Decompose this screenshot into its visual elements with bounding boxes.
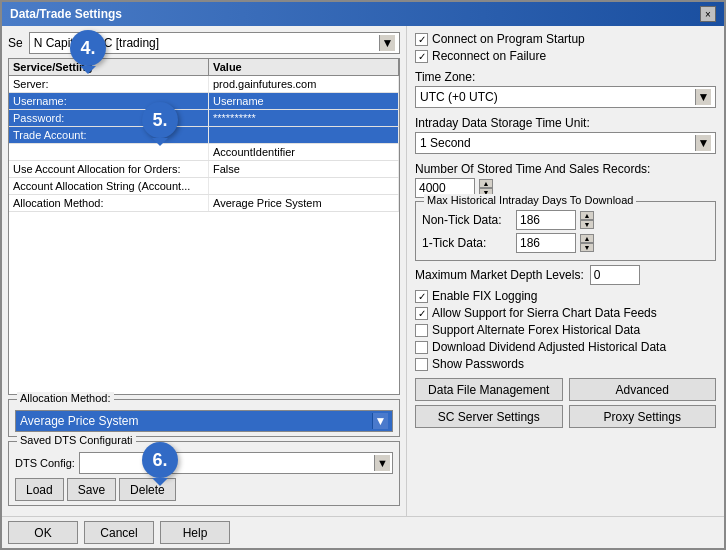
max-hist-label: Max Historical Intraday Days To Download (424, 194, 636, 206)
alt-forex-label: Support Alternate Forex Historical Data (432, 323, 640, 337)
connect-startup-checkbox[interactable] (415, 33, 428, 46)
cell-setting (9, 144, 209, 160)
cell-setting: Username: (9, 93, 209, 109)
cell-value (209, 178, 399, 194)
cell-setting: Password: (9, 110, 209, 126)
non-tick-arrows: ▲ ▼ (580, 211, 594, 229)
table-header: Service/Setting Value (9, 59, 399, 76)
timezone-label: Time Zone: (415, 70, 716, 84)
dts-group: Saved DTS Configurati DTS Config: ▼ Load… (8, 441, 400, 506)
load-button[interactable]: Load (15, 478, 64, 501)
one-tick-value: 186 (520, 236, 540, 250)
save-button[interactable]: Save (67, 478, 116, 501)
intra-dropdown[interactable]: 1 Second ▼ (415, 132, 716, 154)
cell-value: Username (209, 93, 399, 109)
service-row: Se N Capital/OEC [trading] ▼ (8, 32, 400, 54)
sc-server-settings-button[interactable]: SC Server Settings (415, 405, 563, 428)
right-panel: Connect on Program Startup Reconnect on … (407, 26, 724, 516)
service-label: Se (8, 36, 23, 50)
table-row[interactable]: Account Allocation String (Account... (9, 178, 399, 195)
dividend-label: Download Dividend Adjusted Historical Da… (432, 340, 666, 354)
non-tick-down[interactable]: ▼ (580, 220, 594, 229)
show-passwords-checkbox[interactable] (415, 358, 428, 371)
tooltip-bubble-4[interactable]: 4. (70, 30, 106, 66)
help-button[interactable]: Help (160, 521, 230, 544)
table-row[interactable]: Trade Account: (9, 127, 399, 144)
dts-label: DTS Config: (15, 457, 75, 469)
one-tick-arrows: ▲ ▼ (580, 234, 594, 252)
fix-logging-checkbox[interactable] (415, 290, 428, 303)
ok-button[interactable]: OK (8, 521, 78, 544)
table-row[interactable]: Server: prod.gainfutures.com (9, 76, 399, 93)
one-tick-up[interactable]: ▲ (580, 234, 594, 243)
one-tick-label: 1-Tick Data: (422, 236, 512, 250)
max-depth-input[interactable] (590, 265, 640, 285)
cell-value (209, 127, 399, 143)
max-depth-row: Maximum Market Depth Levels: (415, 265, 716, 285)
left-panel: Se N Capital/OEC [trading] ▼ Service/Set… (2, 26, 407, 516)
sierra-support-row: Allow Support for Sierra Chart Data Feed… (415, 306, 716, 320)
advanced-button[interactable]: Advanced (569, 378, 717, 401)
non-tick-up[interactable]: ▲ (580, 211, 594, 220)
alt-forex-row: Support Alternate Forex Historical Data (415, 323, 716, 337)
timezone-dropdown[interactable]: UTC (+0 UTC) ▼ (415, 86, 716, 108)
table-row[interactable]: Use Account Allocation for Orders: False (9, 161, 399, 178)
allocation-dropdown-arrow: ▼ (372, 413, 388, 429)
settings-table: Service/Setting Value Server: prod.gainf… (8, 58, 400, 395)
non-tick-label: Non-Tick Data: (422, 213, 512, 227)
data-file-management-button[interactable]: Data File Management (415, 378, 563, 401)
stored-value: 4000 (419, 181, 446, 195)
right-action-buttons: Data File Management Advanced (415, 378, 716, 401)
intra-label: Intraday Data Storage Time Unit: (415, 116, 716, 130)
cell-setting: Account Allocation String (Account... (9, 178, 209, 194)
table-row[interactable]: Allocation Method: Average Price System (9, 195, 399, 212)
dts-action-buttons: Load Save Delete (15, 478, 393, 501)
tooltip-bubble-6[interactable]: 6. (142, 442, 178, 478)
reconnect-failure-row: Reconnect on Failure (415, 49, 716, 63)
table-row[interactable]: AccountIdentifier (9, 144, 399, 161)
reconnect-failure-label: Reconnect on Failure (432, 49, 546, 63)
dts-dropdown-arrow: ▼ (374, 455, 390, 471)
stored-label: Number Of Stored Time And Sales Records: (415, 162, 716, 176)
dialog-content: Se N Capital/OEC [trading] ▼ Service/Set… (2, 26, 724, 516)
dts-group-label: Saved DTS Configurati (17, 434, 136, 446)
close-button[interactable]: × (700, 6, 716, 22)
tooltip-bubble-5[interactable]: 5. (142, 102, 178, 138)
non-tick-input[interactable]: 186 (516, 210, 576, 230)
cell-setting: Server: (9, 76, 209, 92)
connect-startup-row: Connect on Program Startup (415, 32, 716, 46)
stored-up-arrow[interactable]: ▲ (479, 179, 493, 188)
one-tick-input[interactable]: 186 (516, 233, 576, 253)
intra-value: 1 Second (420, 136, 471, 150)
main-dialog: Data/Trade Settings × Se N Capital/OEC [… (0, 0, 726, 550)
timezone-value: UTC (+0 UTC) (420, 90, 498, 104)
reconnect-failure-checkbox[interactable] (415, 50, 428, 63)
cell-setting: Allocation Method: (9, 195, 209, 211)
allocation-dropdown[interactable]: Average Price System ▼ (15, 410, 393, 432)
intra-dropdown-arrow: ▼ (695, 135, 711, 151)
dividend-row: Download Dividend Adjusted Historical Da… (415, 340, 716, 354)
allocation-group: Allocation Method: Average Price System … (8, 399, 400, 437)
dividend-checkbox[interactable] (415, 341, 428, 354)
proxy-settings-button[interactable]: Proxy Settings (569, 405, 717, 428)
cell-value: AccountIdentifier (209, 144, 399, 160)
max-depth-label: Maximum Market Depth Levels: (415, 268, 584, 282)
table-row[interactable]: Password: ********** (9, 110, 399, 127)
right-server-buttons: SC Server Settings Proxy Settings (415, 405, 716, 428)
cell-setting: Use Account Allocation for Orders: (9, 161, 209, 177)
max-historical-group: Max Historical Intraday Days To Download… (415, 201, 716, 261)
timezone-dropdown-arrow: ▼ (695, 89, 711, 105)
one-tick-down[interactable]: ▼ (580, 243, 594, 252)
show-passwords-row: Show Passwords (415, 357, 716, 371)
cell-value: False (209, 161, 399, 177)
alt-forex-checkbox[interactable] (415, 324, 428, 337)
sierra-support-label: Allow Support for Sierra Chart Data Feed… (432, 306, 657, 320)
dts-dropdown[interactable]: ▼ (79, 452, 393, 474)
one-tick-row: 1-Tick Data: 186 ▲ ▼ (422, 233, 709, 253)
cancel-button[interactable]: Cancel (84, 521, 154, 544)
show-passwords-label: Show Passwords (432, 357, 524, 371)
table-row[interactable]: Username: Username (9, 93, 399, 110)
dialog-bottom-buttons: OK Cancel Help (2, 516, 724, 548)
sierra-support-checkbox[interactable] (415, 307, 428, 320)
cell-value: ********** (209, 110, 399, 126)
